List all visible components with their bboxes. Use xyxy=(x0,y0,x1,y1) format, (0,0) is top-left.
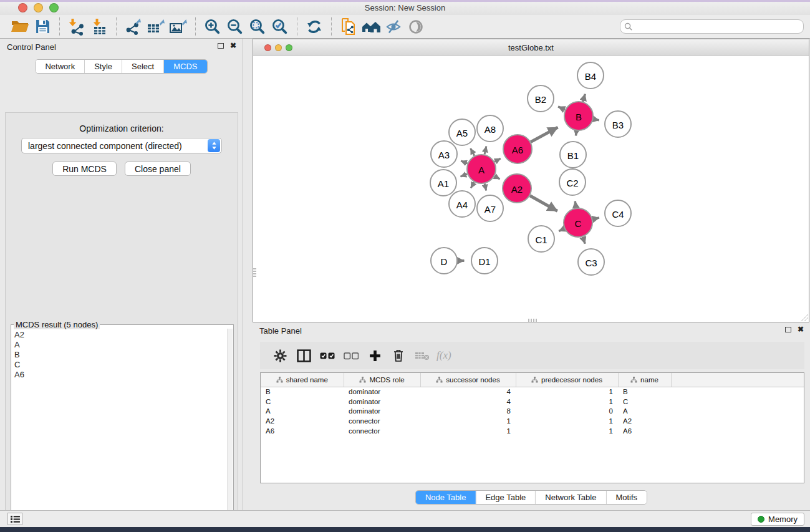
mcds-result-list[interactable]: A2ABCA6 xyxy=(12,330,226,532)
table-cell[interactable]: 1 xyxy=(516,397,618,407)
split-panel-icon[interactable] xyxy=(292,345,316,366)
table-cell[interactable]: connector xyxy=(344,426,420,436)
graph-node-C4[interactable]: C4 xyxy=(605,200,631,226)
zoom-selected-icon[interactable] xyxy=(269,17,291,37)
select-all-checkboxes-icon[interactable] xyxy=(316,345,339,366)
graph-node-A5[interactable]: A5 xyxy=(449,119,475,145)
edge-A-A1[interactable] xyxy=(460,174,467,177)
table-cell[interactable]: connector xyxy=(344,416,420,426)
table-cell[interactable]: 0 xyxy=(516,406,618,416)
edge-B-B4[interactable] xyxy=(583,94,586,102)
tab-network-table[interactable]: Network Table xyxy=(535,491,605,504)
table-cell[interactable]: B xyxy=(261,387,344,397)
tab-edge-table[interactable]: Edge Table xyxy=(475,491,535,504)
table-cell[interactable]: 1 xyxy=(420,416,516,426)
close-panel-icon[interactable]: ✖ xyxy=(798,326,804,332)
tab-motifs[interactable]: Motifs xyxy=(605,491,647,504)
edge-A-A3[interactable] xyxy=(461,161,468,163)
tab-node-table[interactable]: Node Table xyxy=(416,491,476,504)
graph-node-A6[interactable]: A6 xyxy=(503,135,532,163)
edge-B-B1[interactable] xyxy=(576,131,576,136)
search-input[interactable] xyxy=(635,22,803,31)
table-cell[interactable]: A2 xyxy=(618,416,671,426)
task-history-button[interactable] xyxy=(7,513,22,525)
edge-B-B2[interactable] xyxy=(558,107,565,110)
column-header-name[interactable]: name xyxy=(618,373,671,387)
tab-mcds[interactable]: MCDS xyxy=(163,60,206,73)
graph-node-B3[interactable]: B3 xyxy=(605,111,631,137)
graph-node-C[interactable]: C xyxy=(564,208,592,237)
edge-A2-C[interactable] xyxy=(530,196,557,211)
resize-handle-icon[interactable] xyxy=(800,313,808,321)
table-cell[interactable]: A6 xyxy=(618,426,671,436)
import-network-icon[interactable] xyxy=(65,17,88,37)
table-cell[interactable]: dominator xyxy=(344,387,420,397)
home-icon[interactable] xyxy=(360,17,382,37)
edge-A-A8[interactable] xyxy=(485,147,486,155)
graph-node-C2[interactable]: C2 xyxy=(559,169,586,195)
graph-node-A[interactable]: A xyxy=(467,155,496,183)
show-hidden-icon[interactable] xyxy=(405,17,427,37)
graph-node-C1[interactable]: C1 xyxy=(528,226,554,252)
edge-A-A4[interactable] xyxy=(471,182,474,188)
graph-node-B1[interactable]: B1 xyxy=(560,142,586,168)
table-cell[interactable]: C xyxy=(261,397,344,407)
delete-columns-icon[interactable] xyxy=(387,345,410,366)
edge-A-A6[interactable] xyxy=(494,158,501,162)
table-cell[interactable]: A xyxy=(261,406,344,416)
table-row[interactable]: Bdominator41B xyxy=(261,387,804,397)
table-cell[interactable]: C xyxy=(618,397,671,407)
edge-B-B3[interactable] xyxy=(594,119,599,120)
table-row[interactable]: Cdominator41C xyxy=(261,397,804,407)
table-cell[interactable]: 1 xyxy=(516,387,618,397)
table-cell[interactable]: B xyxy=(618,387,671,397)
export-table-icon[interactable] xyxy=(145,17,167,37)
splitter-grip[interactable] xyxy=(253,268,256,278)
edge-C-C1[interactable] xyxy=(559,229,564,231)
column-header-successor-nodes[interactable]: successor nodes xyxy=(420,373,516,387)
float-panel-icon[interactable] xyxy=(785,327,791,332)
graph-node-B[interactable]: B xyxy=(564,102,593,130)
table-cell[interactable]: A6 xyxy=(261,426,344,436)
network-window-titlebar[interactable]: testGlobe.txt xyxy=(253,39,809,56)
graph-node-A1[interactable]: A1 xyxy=(430,170,456,196)
float-panel-icon[interactable] xyxy=(218,43,224,49)
column-header-MCDS-role[interactable]: MCDS role xyxy=(344,373,420,387)
table-cell[interactable]: dominator xyxy=(344,406,420,416)
table-cell[interactable]: 4 xyxy=(420,387,516,397)
edge-C-C4[interactable] xyxy=(592,218,599,219)
copy-current-network-icon[interactable] xyxy=(337,17,360,37)
close-panel-button[interactable]: Close panel xyxy=(125,162,191,176)
edge-C-C2[interactable] xyxy=(575,201,576,208)
table-cell[interactable]: 1 xyxy=(516,416,618,426)
edge-A-A5[interactable] xyxy=(471,148,475,156)
graph-node-A4[interactable]: A4 xyxy=(449,191,475,217)
result-scrollbar[interactable] xyxy=(227,329,233,532)
export-image-icon[interactable] xyxy=(167,17,190,37)
graph-node-D1[interactable]: D1 xyxy=(471,248,498,274)
close-panel-icon[interactable]: ✖ xyxy=(230,42,236,49)
table-settings-icon[interactable] xyxy=(268,345,292,366)
hide-selected-icon[interactable] xyxy=(382,17,405,37)
zoom-fit-icon[interactable] xyxy=(246,17,269,37)
table-cell[interactable]: 4 xyxy=(420,397,516,407)
memory-button[interactable]: Memory xyxy=(751,513,804,526)
graph-node-A7[interactable]: A7 xyxy=(477,195,503,221)
table-cell[interactable]: A xyxy=(618,406,671,416)
edge-A-A2[interactable] xyxy=(494,176,500,179)
splitter-grip[interactable] xyxy=(528,319,538,322)
network-canvas[interactable]: B4B2BB3B1A6A5A8A3AA1A4A7A2C2C4CC1C3DD1 xyxy=(253,56,809,322)
save-session-icon[interactable] xyxy=(31,17,54,37)
column-header-predecessor-nodes[interactable]: predecessor nodes xyxy=(516,373,618,387)
export-network-icon[interactable] xyxy=(122,17,145,37)
refresh-icon[interactable] xyxy=(303,17,325,37)
graph-node-C3[interactable]: C3 xyxy=(578,249,604,275)
edge-A6-B[interactable] xyxy=(531,127,557,142)
table-cell[interactable]: 8 xyxy=(420,406,516,416)
tab-network[interactable]: Network xyxy=(36,60,84,73)
add-column-icon[interactable] xyxy=(363,345,387,366)
zoom-in-icon[interactable] xyxy=(201,17,224,37)
column-header-shared-name[interactable]: shared name xyxy=(261,373,344,387)
criterion-dropdown[interactable]: largest connected component (directed) xyxy=(21,138,222,153)
zoom-out-icon[interactable] xyxy=(224,17,246,37)
